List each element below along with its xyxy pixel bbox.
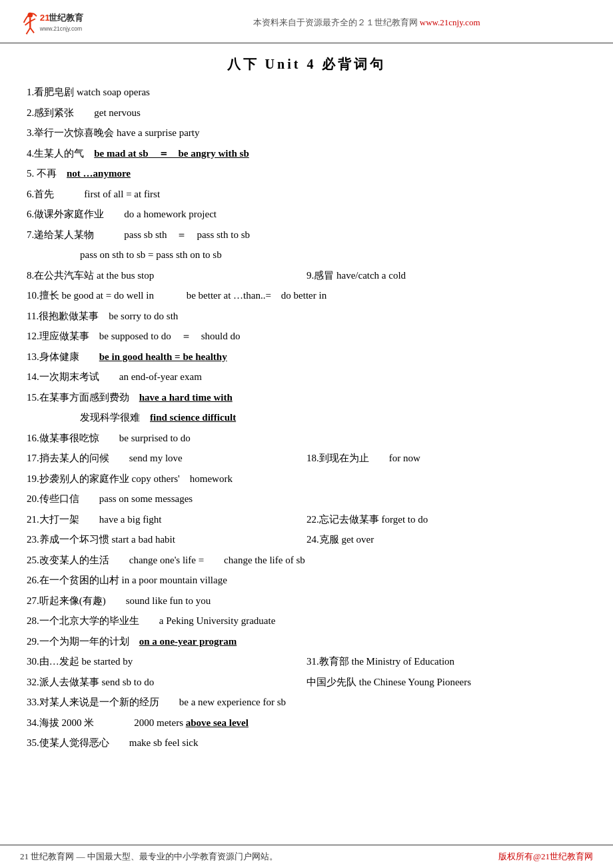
entry-29-en: on a one-year program [139,636,237,647]
entry-25: 25.改变某人的生活 change one's life = change th… [27,552,586,569]
entry-17-18: 17.捎去某人的问候 send my love 18.到现在为止 for now [27,450,586,467]
entry-13-zh: 13.身体健康 [27,351,99,362]
entry-34-zh: 34.海拔 2000 米 [27,717,134,728]
entry-8-9: 8.在公共汽车站 at the bus stop 9.感冒 have/catch… [27,267,586,285]
entry-31: 31.教育部 the Ministry of Education [306,653,586,671]
entry-14-zh: 14.一次期末考试 [27,371,119,382]
entry-27-en: sound like fun to you [126,595,211,606]
entry-2-en: get nervous [94,107,141,118]
logo-icon: 21 世纪教育 www.21cnjy.com [13,7,120,39]
entry-17-en: send my love [129,453,183,463]
entry-28-en: a Peking University graduate [159,615,276,626]
entry-13-en: be in good health = be healthy [99,351,227,362]
entry-9: 9.感冒 have/catch a cold [306,267,586,285]
entry-17-zh: 17.捎去某人的问候 [27,453,129,463]
entry-8-zh: 8.在公共汽车站 [27,270,97,281]
entry-18-zh: 18.到现在为止 [306,453,389,463]
entry-8: 8.在公共汽车站 at the bus stop [27,267,306,285]
entry-10-zh: 10.擅长 [27,290,62,301]
entry-9-en: have/catch a cold [336,270,406,281]
entry-24: 24.克服 get over [306,531,586,549]
entry-35-en: make sb feel sick [129,737,199,748]
entry-19: 19.抄袭别人的家庭作业 copy others' homework [27,471,586,488]
entry-7a-zh: 7.递给某人某物 [27,229,124,240]
entry-3-en: have a surprise party [117,127,200,138]
entry-28: 28.一个北京大学的毕业生 a Peking University gradua… [27,613,586,630]
entry-14-en: an end-of-year exam [119,371,202,382]
entry-6a-en: first of all = at first [84,189,160,199]
entry-7a: 7.递给某人某物 pass sb sth ＝ pass sth to sb [27,227,586,244]
entry-15b-zh: 发现科学很难 [80,412,150,423]
entry-23-en: start a bad habit [112,534,175,545]
entry-29: 29.一个为期一年的计划 on a one-year program [27,633,586,651]
entry-24-zh: 24.克服 [306,534,342,545]
entry-21-en: have a big fight [99,514,162,525]
entry-7b-en: pass on sth to sb = pass sth on to sb [80,249,222,260]
entry-34-en-2: above sea level [186,717,249,728]
entry-18: 18.到现在为止 for now [306,450,586,467]
entry-17: 17.捎去某人的问候 send my love [27,450,306,467]
entry-28-zh: 28.一个北京大学的毕业生 [27,615,159,626]
entry-20-zh: 20.传些口信 [27,493,99,504]
entry-32-en: send sb to do [102,677,155,687]
entry-6b-en: do a homework project [124,209,217,219]
entry-26-en: in a poor mountain village [122,575,227,585]
footer-right[interactable]: 版权所有@21世纪教育网 [498,851,593,863]
entry-22-zh: 22.忘记去做某事 [306,514,382,525]
entry-15a-zh: 15.在某事方面感到费劲 [27,392,139,403]
entry-31-en: the Ministry of Education [352,656,455,667]
entry-22: 22.忘记去做某事 forget to do [306,511,586,529]
entry-30-en: be started by [82,656,133,667]
entry-22-en: forget to do [382,514,428,525]
entry-30-zh: 30.由…发起 [27,656,82,667]
entry-33: 33.对某人来说是一个新的经历 be a new experience for … [27,694,586,711]
entry-34-en-1: 2000 meters [134,717,185,728]
entry-26-zh: 26.在一个贫困的山村 [27,575,122,585]
entry-32: 32.派人去做某事 send sb to do 中国少先队 the Chines… [27,674,586,691]
entry-2: 2.感到紧张 get nervous [27,105,586,122]
footer-left: 21 世纪教育网 — 中国最大型、最专业的中小学教育资源门户网站。 [20,851,278,863]
entry-12-en: be supposed to do ＝ should do [99,331,241,341]
entry-34: 34.海拔 2000 米 2000 meters above sea level [27,715,586,732]
header-url[interactable]: www.21cnjy.com [420,17,480,27]
entry-5-zh: 5. 不再 [27,168,67,179]
svg-text:世纪教育: 世纪教育 [49,13,84,23]
entry-4-zh: 4.生某人的气 [27,148,94,159]
logo-area: 21 世纪教育 www.21cnjy.com [13,7,133,39]
entry-3: 3.举行一次惊喜晚会 have a surprise party [27,125,586,142]
entry-32-zh2: 中国少先队 [306,677,359,687]
entry-12-zh: 12.理应做某事 [27,331,99,341]
entry-26: 26.在一个贫困的山村 in a poor mountain village [27,572,586,589]
entry-5-en: not …anymore [67,168,131,179]
header-watermark: 本资料来自于资源最齐全的２１世纪教育网 www.21cnjy.com [133,17,600,29]
entry-16: 16.做某事很吃惊 be surprised to do [27,430,586,447]
entry-35-zh: 35.使某人觉得恶心 [27,737,129,748]
entry-15a: 15.在某事方面感到费劲 have a hard time with [27,389,586,407]
entry-32-left: 32.派人去做某事 send sb to do [27,674,306,691]
entry-30-31: 30.由…发起 be started by 31.教育部 the Ministr… [27,653,586,671]
entry-11-zh: 11.很抱歉做某事 [27,311,109,321]
entry-19-zh: 19.抄袭别人的家庭作业 [27,473,132,484]
entry-20: 20.传些口信 pass on some messages [27,491,586,508]
entry-20-en: pass on some messages [99,493,193,504]
entry-32-right: 中国少先队 the Chinese Young Pioneers [306,674,586,691]
entry-16-zh: 16.做某事很吃惊 [27,433,119,443]
entry-23-24: 23.养成一个坏习惯 start a bad habit 24.克服 get o… [27,531,586,549]
entry-25-en: change one's life = change the life of s… [129,555,305,565]
entry-15a-en: have a hard time with [139,392,233,403]
entry-3-zh: 3.举行一次惊喜晚会 [27,127,117,138]
entry-1-zh: 1.看肥皂剧 [27,87,77,97]
entry-23: 23.养成一个坏习惯 start a bad habit [27,531,306,549]
entry-6a-zh: 6.首先 [27,189,84,199]
entry-7b: pass on sth to sb = pass sth on to sb [80,247,586,264]
entry-4: 4.生某人的气 be mad at sb ＝ be angry with sb [27,145,586,163]
entry-21-22: 21.大打一架 have a big fight 22.忘记去做某事 forge… [27,511,586,529]
page-title: 八下 Unit 4 必背词句 [27,55,586,73]
entry-15b: 发现科学很难 find science difficult [80,409,586,427]
entry-29-zh: 29.一个为期一年的计划 [27,636,139,647]
entry-25-zh: 25.改变某人的生活 [27,555,129,565]
entry-5: 5. 不再 not …anymore [27,165,586,183]
entry-15b-en: find science difficult [150,412,236,423]
entry-27: 27.听起来像(有趣) sound like fun to you [27,593,586,610]
entry-31-zh: 31.教育部 [306,656,352,667]
